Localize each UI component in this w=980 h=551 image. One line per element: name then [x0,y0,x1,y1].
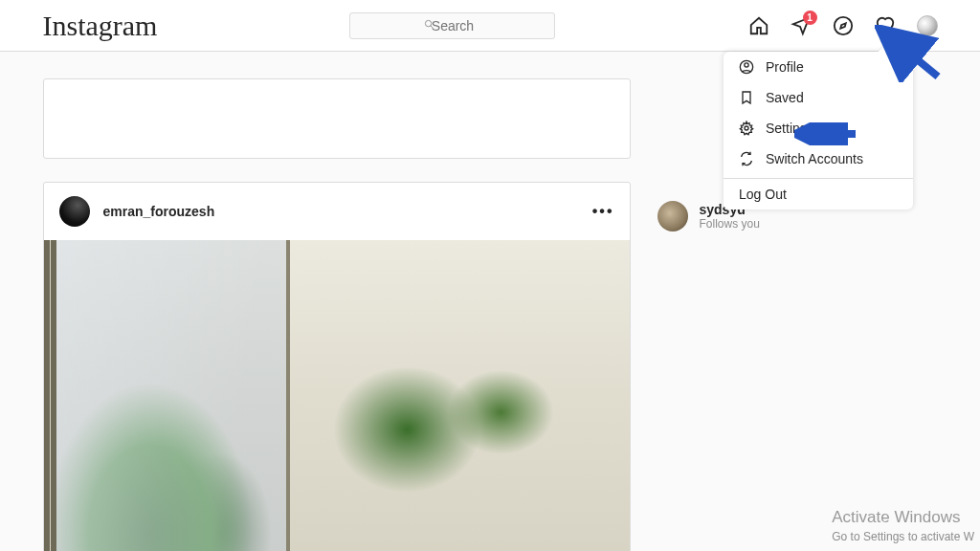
dropdown-item-saved[interactable]: Saved [724,82,913,113]
svg-point-5 [745,63,748,67]
stories-box[interactable] [43,78,631,159]
search-input[interactable] [349,12,555,39]
post-user[interactable]: emran_forouzesh [59,196,215,227]
switch-accounts-icon [739,151,754,166]
explore-icon[interactable] [833,15,854,36]
svg-point-2 [834,16,851,33]
dropdown-label: Settings [766,121,814,136]
top-nav: Instagram 1 [0,0,980,52]
post-username[interactable]: emran_forouzesh [103,204,215,219]
dropdown-item-profile[interactable]: Profile [724,52,913,82]
saved-icon [739,90,754,105]
suggestion-subtext: Follows you [700,217,760,231]
profile-dropdown: Profile Saved Settings Switch Accounts L… [724,52,913,209]
nav-icons: 1 [748,15,938,36]
settings-icon [739,121,754,136]
post-card: emran_forouzesh ••• [43,182,631,551]
top-nav-inner: Instagram 1 [43,10,938,42]
dropdown-item-settings[interactable]: Settings [724,113,913,143]
messages-icon[interactable]: 1 [791,15,812,36]
suggestion-avatar[interactable] [657,201,688,231]
watermark-line1: Activate Windows [832,506,974,529]
post-avatar[interactable] [59,196,90,227]
dropdown-item-switch[interactable]: Switch Accounts [724,143,913,174]
home-icon[interactable] [748,15,769,36]
dropdown-label: Profile [766,59,804,75]
profile-icon [739,59,754,75]
watermark-line2: Go to Settings to activate W [832,529,974,545]
activity-icon[interactable] [875,15,896,36]
messages-badge: 1 [803,11,817,25]
dropdown-item-logout[interactable]: Log Out [724,179,913,209]
post-image[interactable] [44,240,630,551]
search-wrap [349,12,555,39]
post-header: emran_forouzesh ••• [44,183,630,240]
logo[interactable]: Instagram [43,10,158,42]
dropdown-label: Switch Accounts [766,151,863,166]
post-image-window [44,240,290,551]
post-more-icon[interactable]: ••• [592,203,614,220]
profile-avatar-nav[interactable] [917,15,938,36]
feed-column: emran_forouzesh ••• [43,78,631,551]
svg-marker-3 [840,23,846,29]
dropdown-label: Saved [766,90,804,105]
windows-watermark: Activate Windows Go to Settings to activ… [832,506,974,545]
svg-point-6 [745,126,748,130]
dropdown-label: Log Out [739,187,787,202]
